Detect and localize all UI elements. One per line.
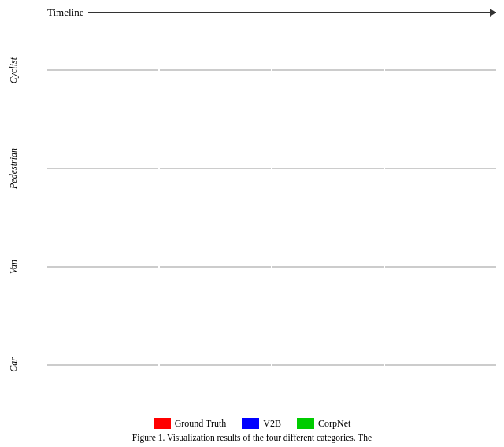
ground-truth-color <box>154 418 171 429</box>
car-cell-2 <box>160 364 271 366</box>
legend-ground-truth: Ground Truth <box>154 418 227 430</box>
pedestrian-label: Pedestrian <box>8 148 47 189</box>
car-cells <box>47 364 496 366</box>
cyclist-cell-2 <box>160 69 271 71</box>
figure-caption: Figure 1. Visualization results of the f… <box>8 431 496 444</box>
legend-row: Ground Truth V2B CorpNet <box>8 418 496 430</box>
car-cell-3 <box>272 364 384 366</box>
pedestrian-cell-1 <box>47 168 158 169</box>
timeline-arrow <box>88 12 496 13</box>
ground-truth-label: Ground Truth <box>175 418 227 430</box>
v2b-label: V2B <box>263 418 281 430</box>
car-cell-1 <box>47 364 158 366</box>
row-cyclist: Cyclist <box>8 22 496 119</box>
cyclist-cells <box>47 69 496 71</box>
legend-corpnet: CorpNet <box>297 418 350 430</box>
car-cell-4 <box>385 364 496 366</box>
van-cell-1 <box>47 266 158 268</box>
timeline-label: Timeline <box>47 6 83 19</box>
row-pedestrian: Pedestrian <box>8 120 496 217</box>
pedestrian-cell-4 <box>385 168 496 169</box>
pedestrian-cells <box>47 168 496 169</box>
main-container: Timeline Cyclist <box>0 0 504 447</box>
van-cell-4 <box>385 266 496 268</box>
v2b-color <box>242 418 259 429</box>
van-cell-3 <box>272 266 384 268</box>
van-label: Van <box>8 260 47 274</box>
corpnet-label: CorpNet <box>318 418 350 430</box>
row-van: Van <box>8 218 496 315</box>
timeline-row: Timeline <box>8 6 496 19</box>
cyclist-cell-4 <box>385 69 496 71</box>
cyclist-cell-1 <box>47 69 158 71</box>
cyclist-cell-3 <box>272 69 384 71</box>
legend-v2b: V2B <box>242 418 281 430</box>
car-label: Car <box>8 357 47 372</box>
van-cells <box>47 266 496 268</box>
grid-container: Cyclist <box>8 22 496 415</box>
row-car: Car <box>8 316 496 413</box>
pedestrian-cell-2 <box>160 168 271 169</box>
van-cell-2 <box>160 266 271 268</box>
corpnet-color <box>297 418 314 429</box>
cyclist-label: Cyclist <box>8 57 47 83</box>
pedestrian-cell-3 <box>272 168 384 169</box>
